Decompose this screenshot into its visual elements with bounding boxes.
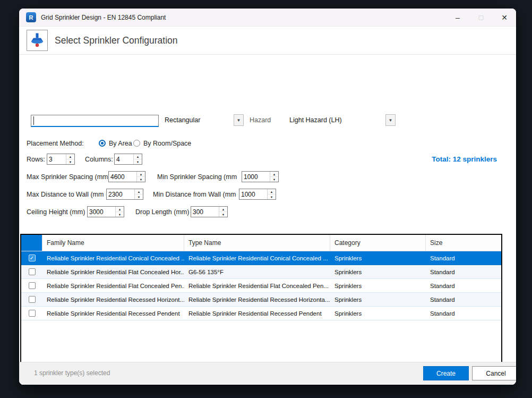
table-body: ✓Reliable Sprinkler Residential Conical … bbox=[21, 251, 501, 320]
column-type-name[interactable]: Type Name bbox=[184, 235, 330, 251]
ceiling-up-icon[interactable]: ▲ bbox=[116, 207, 124, 212]
cell-type-name: Reliable Sprinkler Residential Recessed … bbox=[184, 297, 330, 303]
title-bar: R Grid Sprinkler Design - EN 12845 Compl… bbox=[19, 9, 516, 27]
columns-input[interactable] bbox=[115, 154, 133, 164]
table-header: Family Name Type Name Category Size bbox=[21, 235, 501, 251]
radio-by-area-label[interactable]: By Area bbox=[109, 140, 132, 147]
rows-up-icon[interactable]: ▲ bbox=[66, 154, 74, 159]
search-input[interactable] bbox=[31, 115, 159, 127]
min-wall-up-icon[interactable]: ▲ bbox=[268, 189, 276, 194]
checkbox-checked[interactable]: ✓ bbox=[29, 255, 36, 261]
placement-method-label: Placement Method: bbox=[27, 140, 84, 147]
dialog-header: Select Sprinkler Configuration bbox=[19, 27, 516, 55]
cancel-button[interactable]: Cancel bbox=[472, 366, 516, 380]
hazard-combo-value[interactable]: Light Hazard (LH) bbox=[289, 116, 342, 124]
rows-label: Rows: bbox=[27, 156, 45, 163]
checkbox-unchecked[interactable] bbox=[29, 282, 36, 289]
columns-label: Columns: bbox=[85, 156, 113, 163]
columns-up-icon[interactable]: ▲ bbox=[134, 154, 142, 159]
shape-combo-arrow-icon[interactable]: ▼ bbox=[234, 114, 244, 126]
ceiling-height-input[interactable] bbox=[88, 207, 115, 217]
radio-by-area[interactable] bbox=[99, 140, 106, 147]
min-spacing-down-icon[interactable]: ▼ bbox=[270, 177, 278, 182]
grid-sprinkler-dialog: R Grid Sprinkler Design - EN 12845 Compl… bbox=[19, 9, 516, 385]
row-checkbox-cell bbox=[21, 268, 42, 275]
window-title: Grid Sprinkler Design - EN 12845 Complia… bbox=[41, 14, 166, 21]
table-row[interactable]: Reliable Sprinkler Residential Recessed … bbox=[21, 293, 501, 307]
min-spacing-up-icon[interactable]: ▲ bbox=[270, 172, 278, 177]
text-caret bbox=[33, 116, 34, 125]
cell-size: Standard bbox=[426, 283, 501, 289]
min-sprinkler-spacing-stepper[interactable]: ▲▼ bbox=[242, 171, 279, 182]
min-sprinkler-spacing-label: Min Sprinkler Spacing (mm bbox=[157, 173, 237, 181]
min-distance-wall-label: Min Distance from Wall (mm bbox=[153, 191, 236, 198]
configuration-form: Rectangular ▼ Hazard Light Hazard (LH) ▼… bbox=[19, 55, 516, 385]
window-controls: – ▢ ✕ bbox=[446, 9, 516, 26]
ceiling-height-stepper[interactable]: ▲▼ bbox=[87, 206, 124, 217]
radio-by-room-space-label[interactable]: By Room/Space bbox=[143, 140, 191, 147]
cell-family-name: Reliable Sprinkler Residential Flat Conc… bbox=[42, 283, 184, 289]
rows-input[interactable] bbox=[47, 154, 66, 164]
cell-family-name: Reliable Sprinkler Residential Flat Conc… bbox=[42, 269, 184, 275]
cell-size: Standard bbox=[426, 297, 501, 303]
max-sprinkler-spacing-input[interactable] bbox=[109, 172, 136, 182]
table-row[interactable]: ✓Reliable Sprinkler Residential Conical … bbox=[21, 251, 501, 265]
cell-size: Standard bbox=[426, 269, 501, 275]
column-family-name[interactable]: Family Name bbox=[42, 235, 184, 251]
select-all-header[interactable] bbox=[21, 235, 42, 251]
drop-up-icon[interactable]: ▲ bbox=[219, 207, 227, 212]
max-wall-up-icon[interactable]: ▲ bbox=[135, 189, 143, 194]
cell-family-name: Reliable Sprinkler Residential Recessed … bbox=[42, 310, 184, 317]
cell-type-name: Reliable Sprinkler Residential Recessed … bbox=[184, 310, 330, 317]
ceiling-height-label: Ceiling Height (mm) bbox=[27, 208, 85, 216]
sprinkler-icon bbox=[27, 30, 48, 51]
total-sprinklers: Total: 12 sprinklers bbox=[432, 155, 497, 163]
minimize-button[interactable]: – bbox=[446, 9, 469, 26]
footer-bar: 1 sprinkler type(s) selected Create Canc… bbox=[19, 362, 516, 385]
max-sprinkler-spacing-label: Max Sprinkler Spacing (mm): bbox=[27, 173, 112, 181]
cell-category: Sprinklers bbox=[330, 297, 426, 303]
min-distance-wall-stepper[interactable]: ▲▼ bbox=[239, 189, 276, 200]
page-title: Select Sprinkler Configuration bbox=[55, 35, 178, 46]
columns-down-icon[interactable]: ▼ bbox=[134, 159, 142, 164]
drop-length-input[interactable] bbox=[191, 207, 219, 217]
max-distance-wall-input[interactable] bbox=[107, 189, 134, 199]
column-size[interactable]: Size bbox=[426, 235, 501, 251]
checkbox-unchecked[interactable] bbox=[29, 296, 36, 303]
radio-by-room-space[interactable] bbox=[133, 140, 140, 147]
max-sprinkler-spacing-stepper[interactable]: ▲▼ bbox=[108, 171, 145, 182]
cell-type-name: G6-56 135°F bbox=[184, 269, 330, 275]
checkbox-unchecked[interactable] bbox=[29, 268, 36, 275]
cell-type-name: Reliable Sprinkler Residential Conical C… bbox=[184, 255, 330, 261]
cell-size: Standard bbox=[426, 310, 501, 317]
columns-stepper[interactable]: ▲▼ bbox=[114, 154, 142, 165]
rows-stepper[interactable]: ▲▼ bbox=[47, 154, 75, 165]
table-row[interactable]: Reliable Sprinkler Residential Flat Conc… bbox=[21, 265, 501, 279]
max-distance-wall-stepper[interactable]: ▲▼ bbox=[106, 189, 143, 200]
max-distance-wall-label: Max Distance to Wall (mm bbox=[27, 191, 104, 198]
table-row[interactable]: Reliable Sprinkler Residential Recessed … bbox=[21, 307, 501, 320]
shape-combo-value[interactable]: Rectangular bbox=[165, 116, 200, 124]
rows-down-icon[interactable]: ▼ bbox=[66, 159, 74, 164]
column-category[interactable]: Category bbox=[330, 235, 426, 251]
cell-category: Sprinklers bbox=[330, 283, 426, 289]
max-spacing-down-icon[interactable]: ▼ bbox=[137, 177, 145, 182]
close-button[interactable]: ✕ bbox=[493, 9, 516, 26]
cell-family-name: Reliable Sprinkler Residential Conical C… bbox=[42, 255, 184, 261]
min-sprinkler-spacing-input[interactable] bbox=[242, 172, 270, 182]
drop-down-icon[interactable]: ▼ bbox=[219, 212, 227, 217]
max-wall-down-icon[interactable]: ▼ bbox=[135, 194, 143, 199]
cell-category: Sprinklers bbox=[330, 255, 426, 261]
max-spacing-up-icon[interactable]: ▲ bbox=[137, 172, 145, 177]
cell-category: Sprinklers bbox=[330, 310, 426, 317]
drop-length-stepper[interactable]: ▲▼ bbox=[191, 206, 228, 217]
maximize-button: ▢ bbox=[469, 9, 493, 26]
min-wall-down-icon[interactable]: ▼ bbox=[268, 194, 276, 199]
create-button[interactable]: Create bbox=[423, 366, 469, 380]
min-distance-wall-input[interactable] bbox=[239, 189, 267, 199]
ceiling-down-icon[interactable]: ▼ bbox=[116, 212, 124, 217]
hazard-combo-arrow-icon[interactable]: ▼ bbox=[385, 114, 396, 126]
table-row[interactable]: Reliable Sprinkler Residential Flat Conc… bbox=[21, 279, 501, 293]
checkbox-unchecked[interactable] bbox=[29, 310, 36, 317]
selection-status: 1 sprinkler type(s) selected bbox=[34, 369, 110, 377]
